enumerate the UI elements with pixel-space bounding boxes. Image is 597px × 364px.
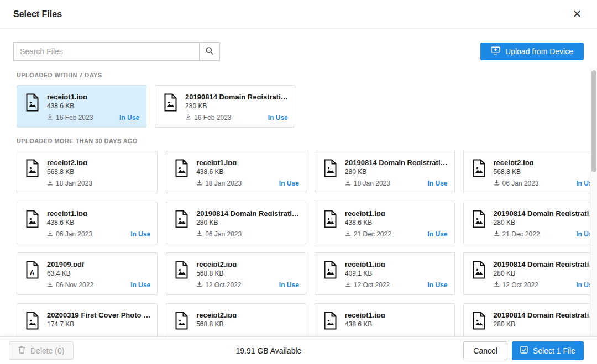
file-meta: 18 Jan 2023 In Use [196, 180, 299, 187]
file-date-group: 06 Jan 2023 [196, 230, 242, 238]
file-icon: A [323, 209, 338, 238]
download-icon [494, 180, 500, 187]
file-meta: 06 Jan 2023 [196, 230, 299, 238]
file-card[interactable]: A 20190814 Domain Registrati… 280 KB 16 … [155, 85, 295, 128]
file-size: 568.8 KB [196, 320, 299, 328]
in-use-badge: In Use [268, 114, 288, 122]
file-date-group: 18 Jan 2023 [196, 180, 242, 187]
close-button[interactable]: ✕ [570, 8, 584, 20]
file-date-group: 18 Jan 2023 [345, 180, 390, 187]
file-date-group: 18 Jan 2023 [47, 180, 92, 187]
file-name: 201909.pdf [47, 260, 150, 267]
page-title: Select Files [13, 9, 62, 19]
scrollbar-thumb[interactable] [591, 70, 596, 172]
file-icon: A [323, 311, 338, 336]
file-size: 438.6 KB [196, 168, 299, 176]
file-card[interactable]: A receipt1.jpg 438.6 KB 06 Jan 2023 In U… [17, 202, 158, 244]
file-name: receipt2.jpg [494, 159, 596, 165]
file-icon: A [472, 209, 486, 238]
file-card[interactable]: A receipt2.jpg 568.8 KB 06 Jan 2023 In U… [463, 151, 597, 193]
file-name: receipt1.jpg [47, 209, 150, 216]
file-icon: A [25, 159, 40, 187]
select-file-button[interactable]: Select 1 File [512, 341, 584, 360]
file-meta: 16 Feb 2023 In Use [47, 114, 139, 122]
file-card[interactable]: A 20190814 Domain Registrati… 280 KB 06 … [166, 202, 306, 244]
file-card[interactable]: A receipt2.jpg 568.8 KB 12 Oct 2022 In U… [166, 252, 306, 295]
delete-button[interactable]: Delete (0) [9, 341, 74, 360]
trash-icon [18, 346, 25, 355]
file-size: 438.6 KB [47, 102, 139, 110]
file-meta [345, 332, 448, 336]
file-size: 568.8 KB [196, 270, 299, 277]
file-texts: 20190814 Domain Registrati… 280 KB 21 De… [494, 209, 596, 238]
file-card[interactable]: A 20190814 Domain Registrati… 280 KB [463, 303, 597, 336]
download-icon [47, 114, 53, 122]
file-card[interactable]: A 20200319 First Cover Photo … 174.7 KB [17, 303, 158, 336]
file-name: receipt1.jpg [345, 209, 448, 216]
file-date: 21 Dec 2022 [502, 230, 540, 238]
file-name: 20190814 Domain Registrati… [196, 209, 299, 216]
download-icon [494, 230, 500, 238]
file-date: 06 Jan 2023 [205, 230, 242, 238]
file-card[interactable]: A 201909.pdf 63.4 KB 06 Nov 2022 In Use [17, 252, 158, 295]
file-section: UPLOADED MORE THAN 30 DAYS AGO A receipt… [17, 138, 572, 336]
file-card[interactable]: A receipt1.jpg 438.6 KB 18 Jan 2023 In U… [166, 151, 306, 193]
file-texts: receipt1.jpg 438.6 KB [345, 311, 448, 336]
file-card[interactable]: A 20190814 Domain Registrati… 280 KB 18 … [315, 151, 455, 193]
file-date: 12 Oct 2022 [502, 281, 538, 289]
download-icon [47, 180, 53, 187]
file-meta: 12 Oct 2022 In Use [345, 281, 448, 289]
file-name: receipt2.jpg [47, 159, 150, 165]
file-name: 20200319 First Cover Photo … [47, 311, 150, 318]
file-meta: 12 Oct 2022 In Use [196, 281, 299, 289]
section-label: UPLOADED WITHIN 7 DAYS [17, 72, 572, 78]
file-date-group: 12 Oct 2022 [345, 281, 390, 289]
file-texts: 20200319 First Cover Photo … 174.7 KB [47, 311, 150, 336]
download-icon [47, 281, 53, 289]
file-sections: UPLOADED WITHIN 7 DAYS A receipt1.jpg 43… [0, 68, 597, 336]
file-meta: 12 Oct 2022 In Use [494, 281, 596, 289]
file-card[interactable]: A 20190814 Domain Registrati… 280 KB 21 … [463, 202, 597, 244]
file-card[interactable]: A receipt1.jpg 438.6 KB 16 Feb 2023 In U… [17, 85, 146, 128]
file-date-group: 06 Nov 2022 [47, 281, 93, 289]
cancel-button[interactable]: Cancel [463, 341, 507, 360]
file-date-group: 06 Jan 2023 [494, 180, 539, 187]
file-meta: 06 Jan 2023 In Use [47, 230, 150, 238]
file-size: 280 KB [345, 168, 448, 176]
file-card[interactable]: A receipt1.jpg 438.6 KB [315, 303, 455, 336]
file-size: 280 KB [494, 270, 596, 277]
search-input[interactable] [13, 42, 199, 61]
file-name: 20190814 Domain Registrati… [494, 311, 596, 318]
upload-from-device-button[interactable]: Upload from Device [480, 43, 584, 60]
file-date-group: 06 Jan 2023 [47, 230, 92, 238]
file-name: receipt1.jpg [47, 93, 139, 99]
file-card[interactable]: A 20190814 Domain Registrati… 280 KB 12 … [463, 252, 597, 295]
scrollbar[interactable] [590, 68, 597, 336]
file-texts: receipt2.jpg 568.8 KB 06 Jan 2023 In Use [494, 159, 596, 187]
search-button[interactable] [199, 42, 220, 61]
file-date-group: 16 Feb 2023 [185, 114, 231, 122]
file-size: 409.1 KB [345, 270, 448, 277]
download-icon [345, 180, 351, 187]
file-icon: A [174, 159, 189, 187]
file-size: 174.7 KB [47, 320, 150, 328]
file-size: 438.6 KB [47, 219, 150, 226]
file-texts: 20190814 Domain Registrati… 280 KB 18 Ja… [345, 159, 448, 187]
file-size: 280 KB [185, 102, 288, 110]
file-card[interactable]: A receipt1.jpg 438.6 KB 21 Dec 2022 In U… [315, 202, 455, 244]
in-use-badge: In Use [428, 281, 448, 289]
select-button-label: Select 1 File [533, 346, 575, 355]
file-date-group: 21 Dec 2022 [345, 230, 391, 238]
file-meta: 18 Jan 2023 [47, 180, 150, 187]
file-card[interactable]: A receipt2.jpg 568.8 KB 18 Jan 2023 [17, 151, 158, 193]
file-card[interactable]: A receipt1.jpg 409.1 KB 12 Oct 2022 In U… [315, 252, 455, 295]
file-icon: A [472, 159, 486, 187]
file-meta [196, 332, 299, 336]
file-name: receipt2.jpg [196, 311, 299, 318]
file-size: 63.4 KB [47, 270, 150, 277]
upload-button-label: Upload from Device [505, 47, 573, 56]
file-card[interactable]: A receipt2.jpg 568.8 KB [166, 303, 306, 336]
file-icon: A [25, 93, 40, 122]
file-meta [47, 332, 150, 336]
file-texts: receipt1.jpg 438.6 KB 06 Jan 2023 In Use [47, 209, 150, 238]
